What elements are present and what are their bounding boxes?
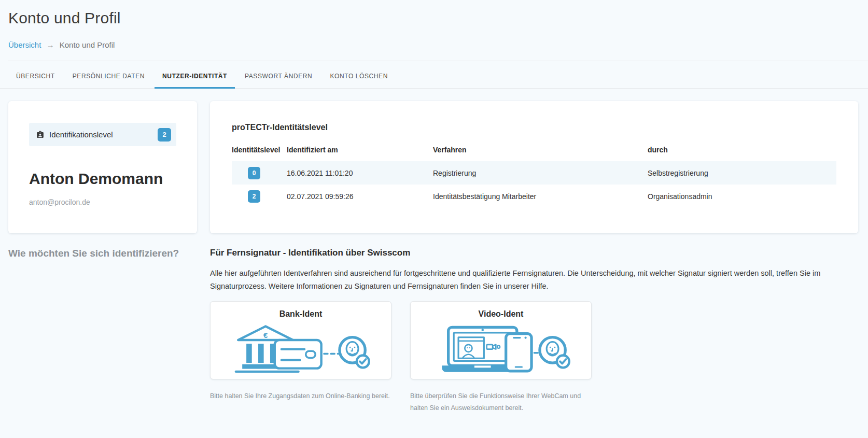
cell-method: Identitätsbestätigung Mitarbeiter: [433, 192, 648, 201]
left-column: Identifikationslevel 2 Anton Demomann an…: [8, 101, 197, 259]
video-ident-option: Video-Ident: [410, 301, 592, 414]
column-header-identifiziert-am: Identifiziert am: [287, 146, 433, 154]
swisscom-section-title: Für Fernsignatur - Identifikation über S…: [210, 248, 858, 258]
cell-method: Registrierung: [433, 169, 648, 177]
identity-level-table-title: proTECTr-Identitätslevel: [232, 123, 836, 132]
breadcrumb-link-uebersicht[interactable]: Übersicht: [8, 40, 41, 49]
column-header-verfahren: Verfahren: [433, 146, 648, 154]
table-header-row: Identitätslevel Identifiziert am Verfahr…: [232, 146, 836, 161]
cell-date: 02.07.2021 09:59:26: [287, 192, 433, 201]
ident-options: Bank-Ident €: [210, 301, 858, 414]
identity-level-table: Identitätslevel Identifiziert am Verfahr…: [232, 146, 836, 208]
cell-by: Organisationsadmin: [648, 192, 836, 201]
column-header-identitaetslevel: Identitätslevel: [232, 146, 287, 154]
identify-question-heading: Wie möchten Sie sich identifizieren?: [8, 248, 197, 259]
main-content: Identifikationslevel 2 Anton Demomann an…: [0, 89, 868, 414]
bank-ident-card[interactable]: Bank-Ident €: [210, 301, 391, 379]
bank-ident-icon: €: [220, 321, 381, 375]
right-column: proTECTr-Identitätslevel Identitätslevel…: [210, 101, 858, 414]
cell-by: Selbstregistrierung: [648, 169, 836, 177]
video-ident-card[interactable]: Video-Ident: [410, 301, 592, 379]
identification-level-label: Identifikationslevel: [49, 130, 113, 139]
video-ident-caption: Bitte überprüfen Sie die Funktionsweise …: [410, 390, 592, 414]
page-title: Konto und Profil: [8, 9, 860, 27]
breadcrumb-current: Konto und Profil: [60, 40, 115, 49]
tab-nutzer-identitaet[interactable]: NUTZER-IDENTITÄT: [155, 62, 235, 89]
bank-ident-title: Bank-Ident: [211, 309, 391, 319]
swisscom-section: Für Fernsignatur - Identifikation über S…: [210, 248, 858, 414]
level-badge: 2: [248, 190, 260, 203]
cell-date: 16.06.2021 11:01:20: [287, 169, 433, 177]
user-email: anton@procilon.de: [29, 198, 176, 206]
id-badge-icon: [36, 130, 45, 139]
tab-konto-loeschen[interactable]: KONTO LÖSCHEN: [322, 62, 396, 89]
tab-persoenliche-daten[interactable]: PERSÖNLICHE DATEN: [65, 62, 152, 89]
column-header-durch: durch: [648, 146, 836, 154]
table-row: 2 02.07.2021 09:59:26 Identitätsbestätig…: [232, 185, 836, 208]
breadcrumb-separator-icon: →: [47, 40, 54, 49]
table-row: 0 16.06.2021 11:01:20 Registrierung Selb…: [232, 161, 836, 185]
breadcrumb: Übersicht → Konto und Profil: [8, 40, 860, 49]
level-badge: 0: [248, 167, 260, 179]
header-divider: [8, 61, 868, 61]
user-name: Anton Demomann: [29, 170, 176, 188]
tab-bar: ÜBERSICHT PERSÖNLICHE DATEN NUTZER-IDENT…: [0, 62, 868, 89]
video-ident-title: Video-Ident: [411, 309, 591, 319]
profile-card: Identifikationslevel 2 Anton Demomann an…: [8, 101, 197, 233]
bank-ident-caption: Bitte halten Sie Ihre Zugangsdaten zum O…: [210, 390, 391, 402]
identification-level-badge: 2: [158, 128, 171, 142]
video-ident-icon: [421, 321, 581, 375]
identification-level-banner: Identifikationslevel 2: [29, 123, 176, 146]
bank-ident-option: Bank-Ident €: [210, 301, 391, 414]
svg-text:€: €: [263, 331, 268, 340]
identity-level-card: proTECTr-Identitätslevel Identitätslevel…: [210, 101, 858, 233]
tab-passwort-aendern[interactable]: PASSWORT ÄNDERN: [237, 62, 320, 89]
swisscom-section-description: Alle hier aufgeführten Identverfahren si…: [210, 267, 858, 293]
tab-uebersicht[interactable]: ÜBERSICHT: [8, 62, 63, 89]
page-header: Konto und Profil Übersicht → Konto und P…: [0, 0, 868, 49]
